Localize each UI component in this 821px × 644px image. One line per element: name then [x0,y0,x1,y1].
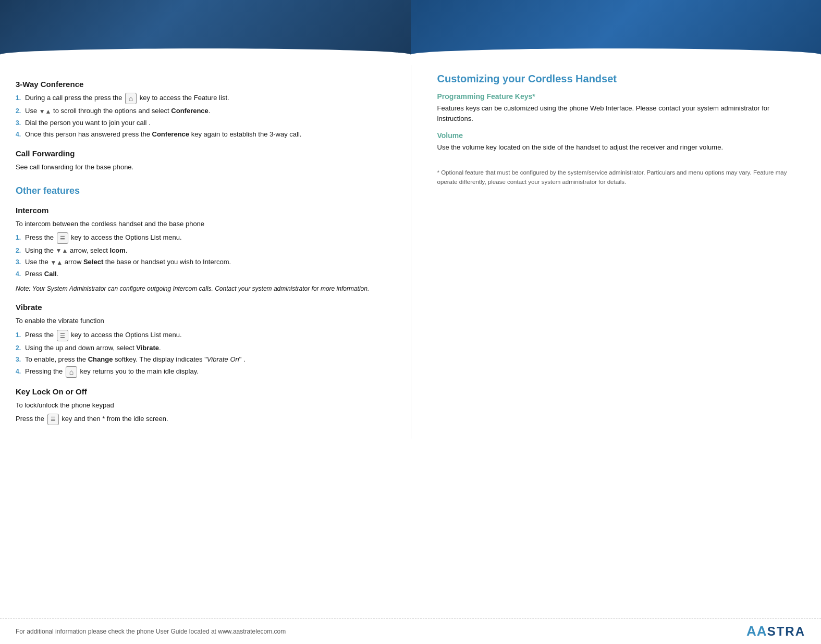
footer-text: For additional information please check … [16,628,286,635]
header [0,0,821,55]
right-panel: Customizing your Cordless Handset Progra… [411,65,822,439]
conference-step-2: 2. Use ▼▲ to scroll through the options … [16,106,390,116]
home-icon [125,93,137,104]
vibrate-step-1: 1. Press the key to access the Options L… [16,330,390,341]
vibrate-desc: To enable the vibrate function [16,316,390,326]
intercom-list: 1. Press the key to access the Options L… [16,232,390,279]
conference-step-4: 4. Once this person has answered press t… [16,129,390,140]
arrow-icon-3: ▼▲ [50,258,63,267]
vibrate-list: 1. Press the key to access the Options L… [16,330,390,378]
menu-icon-3 [47,414,59,425]
left-panel: 3-Way Conference 1. During a call press … [0,65,411,439]
intercom-desc: To intercom between the cordless handset… [16,219,390,229]
other-features-title: Other features [16,185,390,196]
call-forwarding-title: Call Forwarding [16,149,390,158]
conference-title: 3-Way Conference [16,80,390,89]
logo-aa: AA [746,623,767,639]
conference-list: 1. During a call press the press the key… [16,93,390,140]
customizing-title: Customizing your Cordless Handset [437,73,801,85]
footnote: * Optional feature that must be configur… [437,168,801,187]
conference-step-1: 1. During a call press the press the key… [16,93,390,104]
arrow-icon-2: ▼▲ [56,246,68,255]
menu-icon-2 [57,330,68,341]
keylock-text: Press the key and then * from the idle s… [16,414,390,425]
call-forwarding-text: See call forwarding for the base phone. [16,162,390,172]
programming-text: Features keys can be customized using th… [437,103,801,124]
vibrate-title: Vibrate [16,303,390,312]
logo-stra: STRA [767,624,805,638]
programming-title: Programming Feature Keys* [437,92,801,101]
header-right [411,0,822,55]
intercom-note: Note: Your System Administrator can conf… [16,284,390,293]
intercom-step-3: 3. Use the ▼▲ arrow Select the base or h… [16,257,390,267]
keylock-title: Key Lock On or Off [16,387,390,396]
logo: AASTRA [746,623,805,639]
vibrate-step-3: 3. To enable, press the Change softkey. … [16,354,390,365]
logo-text: AASTRA [746,623,805,639]
conference-step-3: 3. Dial the person you want to join your… [16,118,390,128]
keylock-desc: To lock/unlock the phone keypad [16,400,390,411]
volume-text: Use the volume key located on the side o… [437,142,801,153]
volume-title: Volume [437,131,801,140]
main-content: 3-Way Conference 1. During a call press … [0,55,821,439]
footer: For additional information please check … [0,618,821,644]
menu-icon-1 [57,232,68,244]
intercom-step-2: 2. Using the ▼▲ arrow, select Icom. [16,245,390,256]
intercom-step-1: 1. Press the key to access the Options L… [16,232,390,244]
vibrate-step-4: 4. Pressing the key returns you to the m… [16,366,390,378]
arrow-down-icon: ▼▲ [39,107,52,116]
vibrate-step-2: 2. Using the up and down arrow, select V… [16,343,390,353]
intercom-title: Intercom [16,206,390,215]
intercom-step-4: 4. Press Call. [16,269,390,279]
home-icon-2 [66,366,77,378]
header-left [0,0,411,55]
